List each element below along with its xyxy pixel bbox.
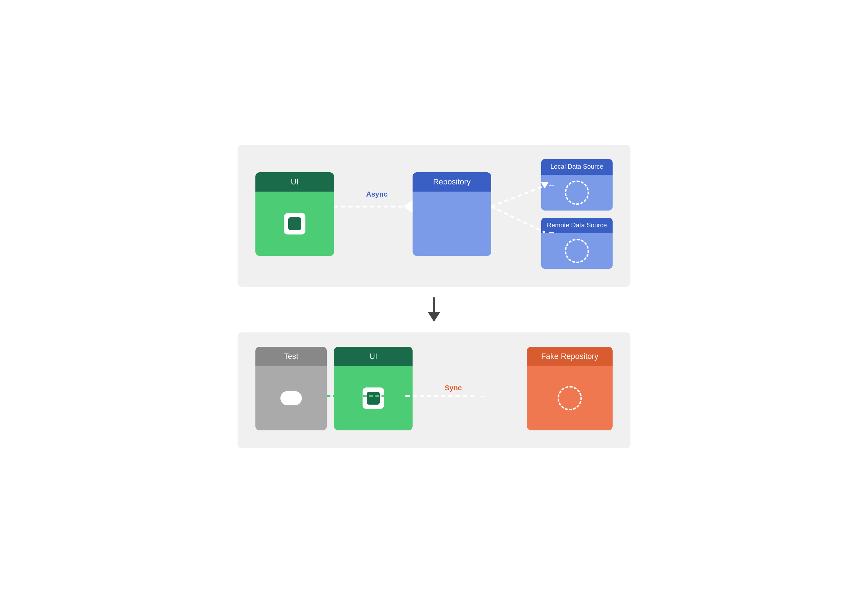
main-container: UI Async [238, 145, 630, 448]
ui-square-inner [288, 217, 301, 230]
test-block-header: Test [255, 347, 327, 366]
fake-repo-arrow: ← [479, 392, 487, 401]
ui-block-header: UI [255, 172, 334, 192]
remote-dashed-circle [565, 239, 589, 263]
ui-square-inner-bottom [367, 392, 380, 405]
bottom-inner-layout: Test Sync ← [255, 347, 613, 430]
test-block-body [255, 366, 327, 430]
test-block: Test [255, 347, 327, 430]
ui-square-outer [284, 213, 306, 235]
repo-block-header: Repository [413, 172, 491, 192]
local-source-body [541, 175, 613, 210]
fake-repo-circle [558, 386, 582, 410]
ui-block-bottom-header: UI [334, 347, 413, 366]
ui-square-outer-bottom [363, 387, 384, 409]
test-pill [280, 391, 302, 405]
ui-block-bottom: UI [334, 347, 413, 430]
bottom-diagram: Test Sync ← [238, 333, 630, 448]
remote-source-block: Remote Data Source [541, 218, 613, 269]
top-inner-layout: UI Async [255, 159, 613, 269]
fake-repo-block: Fake Repository [527, 347, 613, 430]
ui-block: UI [255, 172, 334, 256]
right-sources: Local Data Source Remote Data Source [541, 159, 613, 269]
sync-label-svg: Sync [445, 384, 462, 392]
ui-block-bottom-body [334, 366, 413, 430]
async-label-svg: Async [366, 190, 388, 198]
top-svg-wrapper: UI Async [255, 159, 613, 269]
arrow-head [428, 312, 440, 322]
remote-source-header: Remote Data Source [541, 218, 613, 233]
down-arrow [428, 297, 440, 322]
repo-arrow [404, 200, 413, 213]
bottom-svg-wrapper: Test Sync ← [255, 347, 613, 430]
top-diagram: UI Async [238, 145, 630, 287]
local-dashed-circle [565, 180, 589, 205]
local-source-header: Local Data Source [541, 159, 613, 174]
local-source-block: Local Data Source [541, 159, 613, 210]
arrow-shaft [433, 297, 435, 312]
repo-to-local-line [491, 186, 545, 207]
fake-repo-header: Fake Repository [527, 347, 613, 366]
remote-source-body [541, 233, 613, 269]
ui-block-body [255, 192, 334, 256]
repo-block-body [413, 192, 491, 256]
repo-to-remote-line [491, 207, 545, 232]
fake-repo-body [527, 366, 613, 430]
repo-block: Repository [413, 172, 491, 256]
